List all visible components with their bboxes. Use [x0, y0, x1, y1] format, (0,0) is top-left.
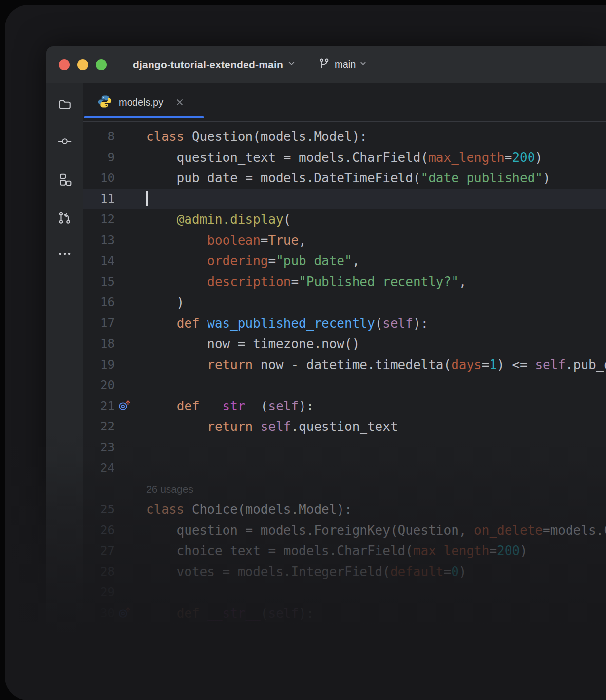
- sidebar-item-project[interactable]: [57, 97, 72, 112]
- code-text[interactable]: question = models.ForeignKey(Question, o…: [145, 520, 606, 541]
- code-line[interactable]: 10 pub_date = models.DateTimeField("date…: [83, 168, 606, 189]
- gutter[interactable]: 21: [83, 396, 145, 417]
- line-number[interactable]: 21: [100, 399, 114, 413]
- code-line[interactable]: 19 return now - datetime.timedelta(days=…: [83, 354, 606, 375]
- code-line[interactable]: 25class Choice(models.Model):: [83, 499, 606, 520]
- code-line[interactable]: 9 question_text = models.CharField(max_l…: [83, 147, 606, 168]
- gutter[interactable]: 17: [83, 313, 145, 334]
- overriding-method-icon[interactable]: [118, 398, 131, 413]
- code-text[interactable]: def was_published_recently(self):: [145, 313, 606, 334]
- code-text[interactable]: def __str__(self):: [145, 603, 606, 624]
- gutter[interactable]: 11: [83, 189, 145, 210]
- line-number[interactable]: 27: [100, 544, 114, 558]
- code-line[interactable]: 23: [83, 437, 606, 458]
- branch-selector[interactable]: main: [318, 58, 367, 72]
- line-number[interactable]: 26: [100, 524, 114, 537]
- gutter[interactable]: 20: [83, 375, 145, 396]
- code-line[interactable]: 8class Question(models.Model):: [83, 126, 606, 147]
- code-line[interactable]: 13 boolean=True,: [83, 230, 606, 251]
- project-selector[interactable]: django-tutorial-extended-main: [133, 59, 296, 71]
- code-text[interactable]: choice_text = models.CharField(max_lengt…: [145, 541, 606, 562]
- close-window-button[interactable]: [59, 59, 70, 70]
- line-number[interactable]: 16: [100, 295, 114, 309]
- gutter[interactable]: 25: [83, 499, 145, 520]
- sidebar-item-pull-requests[interactable]: [57, 211, 72, 225]
- line-number[interactable]: 15: [100, 275, 114, 289]
- code-line[interactable]: 27 choice_text = models.CharField(max_le…: [83, 541, 606, 562]
- gutter[interactable]: 14: [83, 251, 145, 272]
- code-text[interactable]: def __str__(self):: [145, 396, 606, 417]
- usages-inlay-hint[interactable]: 26 usages: [146, 484, 193, 495]
- line-number[interactable]: 25: [100, 503, 114, 516]
- code-line[interactable]: 29: [83, 582, 606, 603]
- line-number[interactable]: 23: [100, 441, 114, 454]
- code-text[interactable]: return now - datetime.timedelta(days=1) …: [145, 354, 606, 375]
- code-line[interactable]: 15 description="Published recently?",: [83, 272, 606, 292]
- code-text[interactable]: 26 usages: [145, 478, 606, 500]
- gutter[interactable]: 13: [83, 230, 145, 251]
- line-number[interactable]: 10: [100, 171, 114, 185]
- sidebar-item-more[interactable]: [57, 247, 72, 261]
- code-text[interactable]: class Choice(models.Model):: [145, 499, 606, 520]
- line-number[interactable]: 20: [100, 378, 114, 392]
- line-number[interactable]: 19: [100, 358, 114, 371]
- gutter[interactable]: 18: [83, 333, 145, 354]
- code-line[interactable]: 18 now = timezone.now(): [83, 333, 606, 354]
- code-text[interactable]: ordering="pub_date",: [145, 251, 606, 272]
- gutter[interactable]: 28: [83, 562, 145, 583]
- code-text[interactable]: now = timezone.now(): [145, 333, 606, 354]
- gutter[interactable]: 16: [83, 292, 145, 313]
- line-number[interactable]: 18: [100, 337, 114, 350]
- code-text[interactable]: pub_date = models.DateTimeField("date pu…: [145, 168, 606, 189]
- gutter[interactable]: 19: [83, 354, 145, 375]
- code-text[interactable]: ): [145, 292, 606, 313]
- code-line[interactable]: 17 def was_published_recently(self):: [83, 313, 606, 334]
- minimize-window-button[interactable]: [77, 59, 88, 70]
- gutter[interactable]: [83, 479, 145, 500]
- gutter[interactable]: 10: [83, 168, 145, 189]
- gutter[interactable]: 24: [83, 458, 145, 479]
- code-text[interactable]: question_text = models.CharField(max_len…: [145, 147, 606, 168]
- code-editor[interactable]: 8class Question(models.Model):9 question…: [83, 122, 606, 700]
- line-number[interactable]: 11: [100, 192, 114, 206]
- code-line[interactable]: 21 def __str__(self):: [83, 396, 606, 417]
- line-number[interactable]: 24: [100, 461, 114, 475]
- code-line[interactable]: 30 def __str__(self):: [83, 603, 606, 624]
- gutter[interactable]: 26: [83, 520, 145, 541]
- gutter[interactable]: 23: [83, 437, 145, 458]
- line-number[interactable]: 29: [100, 585, 114, 599]
- zoom-window-button[interactable]: [96, 59, 107, 70]
- line-number[interactable]: 17: [100, 316, 114, 330]
- line-number[interactable]: 9: [108, 151, 114, 164]
- gutter[interactable]: 22: [83, 416, 145, 437]
- code-line[interactable]: 12 @admin.display(: [83, 209, 606, 230]
- gutter[interactable]: 9: [83, 147, 145, 168]
- code-line[interactable]: 22 return self.question_text: [83, 416, 606, 437]
- code-text[interactable]: return self.question_text: [145, 416, 606, 437]
- line-number[interactable]: 28: [100, 565, 114, 579]
- line-number[interactable]: 8: [108, 130, 114, 143]
- code-line[interactable]: 26 question = models.ForeignKey(Question…: [83, 520, 606, 541]
- inlay-hint-row[interactable]: 26 usages: [83, 479, 606, 500]
- gutter[interactable]: 29: [83, 582, 145, 603]
- line-number[interactable]: 12: [100, 213, 114, 226]
- code-text[interactable]: @admin.display(: [145, 209, 606, 230]
- code-line[interactable]: 24: [83, 458, 606, 479]
- code-line[interactable]: 20: [83, 375, 606, 396]
- code-text[interactable]: [145, 189, 606, 210]
- gutter[interactable]: 12: [83, 209, 145, 230]
- line-number[interactable]: 30: [100, 606, 114, 620]
- code-text[interactable]: class Question(models.Model):: [145, 126, 606, 147]
- line-number[interactable]: 14: [100, 254, 114, 268]
- gutter[interactable]: 27: [83, 541, 145, 562]
- code-text[interactable]: boolean=True,: [145, 230, 606, 251]
- overriding-method-icon[interactable]: [118, 605, 131, 621]
- gutter[interactable]: 15: [83, 272, 145, 292]
- close-tab-icon[interactable]: [175, 97, 185, 107]
- sidebar-item-commit[interactable]: [57, 134, 72, 149]
- code-line[interactable]: 11: [83, 189, 606, 210]
- line-number[interactable]: 13: [100, 233, 114, 247]
- code-line[interactable]: 14 ordering="pub_date",: [83, 251, 606, 272]
- code-text[interactable]: description="Published recently?",: [145, 272, 606, 292]
- gutter[interactable]: 30: [83, 603, 145, 624]
